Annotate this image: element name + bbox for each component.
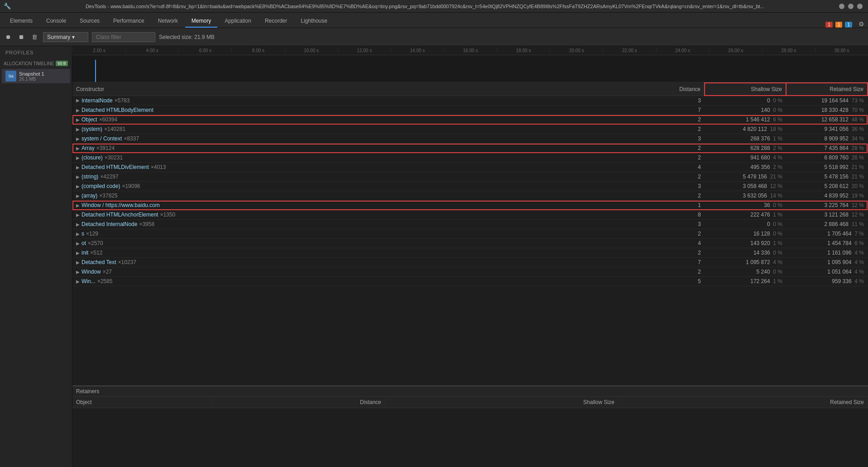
- expand-arrow-icon[interactable]: ▶: [76, 127, 80, 132]
- tab-recorder[interactable]: Recorder: [259, 15, 293, 28]
- tab-performance[interactable]: Performance: [107, 15, 151, 28]
- minimize-btn[interactable]: [839, 4, 844, 9]
- expand-arrow-icon[interactable]: ▶: [76, 193, 80, 198]
- expand-arrow-icon[interactable]: ▶: [76, 212, 80, 217]
- table-row[interactable]: ▶Window / https://www.baidu.com 136 0 %3…: [72, 201, 868, 210]
- constructor-name: InternalNode: [82, 97, 113, 104]
- table-row[interactable]: ▶Detached HTMLDivElement ×40134495 356 2…: [72, 163, 868, 172]
- constructor-cell[interactable]: ▶Detached HTMLDivElement ×4013: [72, 163, 673, 172]
- constructor-cell[interactable]: ▶(closure) ×30231: [72, 153, 673, 163]
- table-row[interactable]: ▶Detached HTMLBodyElement 7140 0 %18 330…: [72, 106, 868, 115]
- retainers-object-header[interactable]: Object: [72, 397, 212, 408]
- constructor-cell[interactable]: ▶(array) ×37825: [72, 191, 673, 201]
- expand-arrow-icon[interactable]: ▶: [76, 146, 80, 151]
- distance-cell: 1: [673, 201, 705, 210]
- table-row[interactable]: ▶Object ×6039421 546 412 6 %12 658 312 4…: [72, 115, 868, 125]
- table-row[interactable]: ▶(compiled code) ×1909633 058 468 12 %5 …: [72, 182, 868, 191]
- retainers-retained-header[interactable]: Retained Size: [618, 397, 868, 408]
- constructor-cell[interactable]: ▶Window / https://www.baidu.com: [72, 201, 673, 210]
- settings-icon[interactable]: ⚙: [858, 20, 864, 28]
- expand-arrow-icon[interactable]: ▶: [76, 260, 80, 265]
- constructor-cell[interactable]: ▶Detached InternalNode ×3958: [72, 220, 673, 229]
- constructor-cell[interactable]: ▶(system) ×140281: [72, 125, 673, 134]
- tab-memory[interactable]: Memory: [185, 15, 217, 28]
- expand-arrow-icon[interactable]: ▶: [76, 184, 80, 189]
- distance-cell: 2: [673, 248, 705, 258]
- constructor-cell[interactable]: ▶system / Context ×8337: [72, 134, 673, 144]
- table-row[interactable]: ▶Detached InternalNode ×395830 0 %2 886 …: [72, 220, 868, 229]
- retained-size-header[interactable]: Retained Size: [786, 83, 868, 96]
- timeline-area: 2.00 s4.00 s6.00 s8.00 s10.00 s12.00 s14…: [72, 46, 868, 82]
- tab-elements[interactable]: Elements: [4, 15, 39, 28]
- constructor-cell[interactable]: ▶(compiled code) ×19096: [72, 182, 673, 191]
- table-row[interactable]: ▶Array ×391242628 288 2 %7 435 864 28 %: [72, 144, 868, 153]
- retainers-distance-header[interactable]: Distance: [212, 397, 385, 408]
- table-row[interactable]: ▶Detached Text ×1023771 095 872 4 %1 095…: [72, 258, 868, 267]
- timeline-chart[interactable]: [72, 55, 868, 82]
- summary-dropdown[interactable]: Summary ▾: [43, 32, 88, 42]
- constructor-count: ×42297: [100, 173, 118, 180]
- expand-arrow-icon[interactable]: ▶: [76, 174, 80, 179]
- expand-arrow-icon[interactable]: ▶: [76, 155, 80, 160]
- table-row[interactable]: ▶(string) ×4229725 478 156 21 %5 478 156…: [72, 172, 868, 182]
- shallow-size-header[interactable]: Shallow Size: [705, 83, 786, 96]
- warn-badge: 1: [835, 22, 843, 28]
- expand-arrow-icon[interactable]: ▶: [76, 203, 80, 208]
- snapshot-item[interactable]: Sa Snapshot 1 26.1 MB: [2, 69, 70, 83]
- timeline-tick: 26.00 s: [709, 48, 762, 53]
- retained-size-cell: 3 225 764 12 %: [786, 201, 868, 210]
- expand-arrow-icon[interactable]: ▶: [76, 231, 80, 236]
- maximize-btn[interactable]: [848, 4, 854, 9]
- table-row[interactable]: ▶(system) ×14028124 820 112 18 %9 341 05…: [72, 125, 868, 134]
- table-row[interactable]: ▶Window ×2725 240 0 %1 051 064 4 %: [72, 267, 868, 277]
- expand-arrow-icon[interactable]: ▶: [76, 108, 80, 113]
- table-row[interactable]: ▶Detached HTMLAnchorElement ×13508222 47…: [72, 210, 868, 220]
- class-filter-input[interactable]: [92, 32, 155, 42]
- table-area[interactable]: Constructor Distance Shallow Size Retain…: [72, 82, 868, 385]
- table-row[interactable]: ▶InternalNode ×578330 0 %19 164 544 73 %: [72, 96, 868, 106]
- constructor-cell[interactable]: ▶ot ×2570: [72, 239, 673, 248]
- error-badge: 1: [825, 22, 833, 28]
- constructor-header[interactable]: Constructor: [72, 83, 673, 96]
- stop-button[interactable]: ⏹: [17, 32, 26, 42]
- constructor-cell[interactable]: ▶init ×512: [72, 248, 673, 258]
- table-row[interactable]: ▶ot ×25704143 920 1 %1 454 784 6 %: [72, 239, 868, 248]
- constructor-cell[interactable]: ▶Object ×60394: [72, 115, 673, 125]
- clear-button[interactable]: 🗑: [30, 32, 39, 42]
- expand-arrow-icon[interactable]: ▶: [76, 165, 80, 170]
- constructor-cell[interactable]: ▶Detached HTMLAnchorElement ×1350: [72, 210, 673, 220]
- table-row[interactable]: ▶system / Context ×83373268 376 1 %8 909…: [72, 134, 868, 144]
- expand-arrow-icon[interactable]: ▶: [76, 270, 80, 274]
- expand-arrow-icon[interactable]: ▶: [76, 98, 80, 103]
- expand-arrow-icon[interactable]: ▶: [76, 117, 80, 122]
- title-bar: 🔧 DevTools - www.baidu.com/s?ie=utf-8f=8…: [0, 0, 868, 13]
- retainers-shallow-header[interactable]: Shallow Size: [385, 397, 618, 408]
- distance-header[interactable]: Distance: [673, 83, 705, 96]
- tab-application[interactable]: Application: [218, 15, 258, 28]
- constructor-cell[interactable]: ▶Win... ×2585: [72, 277, 673, 286]
- constructor-cell[interactable]: ▶Window ×27: [72, 267, 673, 277]
- expand-arrow-icon[interactable]: ▶: [76, 136, 80, 141]
- table-row[interactable]: ▶init ×512214 336 0 %1 161 096 4 %: [72, 248, 868, 258]
- tab-console[interactable]: Console: [40, 15, 72, 28]
- record-button[interactable]: ⏺: [4, 32, 13, 42]
- tab-lighthouse[interactable]: Lighthouse: [294, 15, 334, 28]
- tab-sources[interactable]: Sources: [73, 15, 106, 28]
- constructor-cell[interactable]: ▶s ×129: [72, 229, 673, 239]
- close-btn[interactable]: [857, 4, 863, 9]
- snapshot-name: Snapshot 1: [19, 71, 44, 77]
- table-row[interactable]: ▶(array) ×3782523 632 056 14 %4 839 952 …: [72, 191, 868, 201]
- expand-arrow-icon[interactable]: ▶: [76, 250, 80, 255]
- expand-arrow-icon[interactable]: ▶: [76, 279, 80, 284]
- constructor-cell[interactable]: ▶InternalNode ×5783: [72, 96, 673, 106]
- constructor-cell[interactable]: ▶Array ×39124: [72, 144, 673, 153]
- table-row[interactable]: ▶s ×129216 128 0 %1 705 464 7 %: [72, 229, 868, 239]
- constructor-cell[interactable]: ▶Detached Text ×10237: [72, 258, 673, 267]
- constructor-cell[interactable]: ▶Detached HTMLBodyElement: [72, 106, 673, 115]
- expand-arrow-icon[interactable]: ▶: [76, 222, 80, 227]
- expand-arrow-icon[interactable]: ▶: [76, 241, 80, 246]
- constructor-cell[interactable]: ▶(string) ×42297: [72, 172, 673, 182]
- tab-network[interactable]: Network: [152, 15, 184, 28]
- table-row[interactable]: ▶Win... ×25855172 264 1 %959 336 4 %: [72, 277, 868, 286]
- table-row[interactable]: ▶(closure) ×302312941 680 4 %6 809 760 2…: [72, 153, 868, 163]
